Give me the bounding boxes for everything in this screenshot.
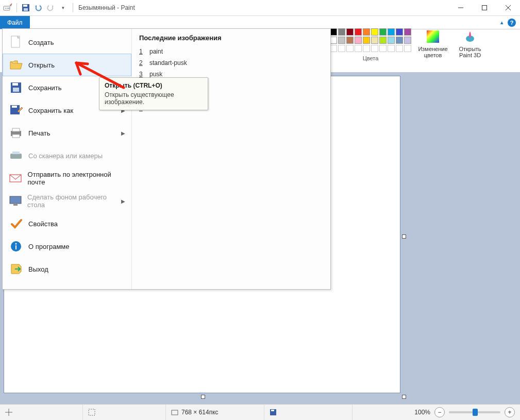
zoom-slider[interactable] [449, 411, 500, 413]
file-menu-item-label: Сделать фоном рабочего стола [27, 193, 116, 209]
edit-colors-icon [425, 28, 441, 45]
color-swatch[interactable] [396, 37, 403, 44]
open-paint3d-button[interactable]: Открыть Paint 3D [455, 28, 485, 61]
file-menu-item-new[interactable]: Создать [3, 31, 131, 54]
color-swatch[interactable] [379, 37, 387, 44]
selection-icon [88, 409, 95, 416]
minimize-button[interactable] [449, 0, 473, 15]
color-swatch[interactable] [330, 37, 337, 44]
close-button[interactable] [496, 0, 520, 15]
svg-rect-23 [12, 152, 20, 154]
redo-icon[interactable] [45, 2, 56, 13]
edit-colors-button[interactable]: Изменение цветов [417, 28, 448, 61]
selection-size-cell [83, 405, 166, 420]
color-swatch[interactable] [363, 45, 370, 52]
zoom-controls: 100% − + [409, 407, 520, 417]
file-menu-item-label: Свойства [28, 220, 58, 228]
recent-item[interactable]: 1paint [139, 46, 323, 57]
file-menu-item-open[interactable]: Открыть [3, 54, 131, 76]
color-swatch[interactable] [330, 28, 337, 36]
file-menu-item-exit[interactable]: Выход [3, 258, 131, 280]
svg-point-1 [5, 8, 6, 9]
color-swatch[interactable] [404, 37, 411, 44]
tooltip: Открыть (CTRL+O) Открыть существующее из… [99, 77, 208, 110]
svg-rect-8 [482, 6, 487, 10]
edit-colors-label: Изменение цветов [418, 46, 447, 58]
save-icon[interactable] [20, 2, 31, 13]
file-menu-item-label: Печать [28, 129, 51, 137]
help-icon[interactable]: ? [508, 19, 516, 27]
color-swatch[interactable] [371, 28, 378, 36]
file-tab[interactable]: Файл [0, 16, 30, 29]
color-swatch[interactable] [346, 28, 354, 36]
color-swatch[interactable] [404, 28, 411, 36]
color-swatch[interactable] [371, 45, 378, 52]
color-swatch[interactable] [388, 45, 395, 52]
recent-item[interactable]: 2standart-pusk [139, 57, 323, 69]
saveas-icon [9, 103, 23, 117]
resize-handle-right[interactable] [402, 234, 406, 239]
file-menu-item-print[interactable]: Печать▶ [3, 122, 131, 144]
zoom-out-button[interactable]: − [434, 407, 445, 417]
status-bar: 768 × 614пкс 100% − + [0, 404, 520, 420]
color-swatch[interactable] [404, 45, 411, 52]
zoom-value: 100% [414, 409, 430, 416]
chevron-right-icon: ▶ [121, 130, 125, 136]
color-swatches [330, 28, 411, 52]
file-menu-item-info[interactable]: О программе [3, 235, 131, 258]
file-menu-item-label: Создать [28, 39, 54, 46]
resize-handle-corner[interactable] [402, 395, 406, 399]
color-swatch[interactable] [338, 37, 345, 44]
color-swatch[interactable] [330, 45, 337, 52]
info-icon [9, 239, 23, 254]
color-swatch[interactable] [338, 45, 345, 52]
file-menu-item-mail[interactable]: Отправить по электронной почте [3, 167, 131, 190]
chevron-right-icon: ▶ [121, 198, 125, 204]
color-swatch[interactable] [379, 28, 387, 36]
new-icon [9, 35, 23, 49]
file-menu-commands: СоздатьОткрытьСохранитьСохранить как▶Печ… [3, 29, 132, 289]
color-swatch[interactable] [363, 28, 370, 36]
color-swatch[interactable] [346, 45, 354, 52]
color-swatch[interactable] [355, 45, 362, 52]
cursor-icon [5, 409, 12, 416]
recent-item-name: pusk [149, 71, 162, 78]
color-swatch[interactable] [363, 37, 370, 44]
image-dimensions: 768 × 614пкс [181, 409, 219, 416]
svg-rect-26 [13, 204, 18, 206]
qat-customize-icon[interactable]: ▾ [57, 2, 69, 13]
recent-item-number: 1 [139, 48, 144, 55]
ribbon-collapse-icon[interactable]: ▴ [500, 19, 504, 26]
svg-point-3 [8, 8, 9, 9]
color-swatch[interactable] [346, 37, 354, 44]
color-swatch[interactable] [396, 45, 403, 52]
zoom-in-button[interactable]: + [505, 407, 515, 417]
svg-rect-11 [427, 30, 439, 43]
svg-rect-20 [12, 128, 20, 131]
cursor-position-cell [0, 405, 83, 420]
svg-rect-5 [23, 5, 27, 7]
image-size-cell: 768 × 614пкс [166, 405, 264, 420]
color-swatch[interactable] [388, 28, 395, 36]
file-menu-item-desktop: Сделать фоном рабочего стола▶ [3, 190, 131, 212]
resize-handle-bottom[interactable] [201, 395, 205, 399]
color-swatch[interactable] [355, 37, 362, 44]
color-swatch[interactable] [379, 45, 387, 52]
colors-group-label: Цвета [363, 55, 379, 61]
image-size-icon [171, 409, 178, 416]
print-icon [9, 126, 23, 140]
file-menu-item-check[interactable]: Свойства [3, 212, 131, 235]
title-bar: ▾ Безымянный - Paint [0, 0, 520, 16]
color-swatch[interactable] [371, 37, 378, 44]
color-swatch[interactable] [396, 28, 403, 36]
color-swatch[interactable] [388, 37, 395, 44]
svg-rect-15 [12, 83, 18, 86]
recent-panel: Последние изображения 1paint2standart-pu… [132, 29, 330, 289]
maximize-button[interactable] [473, 0, 496, 15]
undo-icon[interactable] [32, 2, 44, 13]
color-swatch[interactable] [355, 28, 362, 36]
app-icon[interactable] [2, 2, 13, 13]
check-icon [9, 216, 23, 231]
color-swatch[interactable] [338, 28, 345, 36]
ribbon-tabstrip: Файл ▴ ? [0, 16, 520, 29]
